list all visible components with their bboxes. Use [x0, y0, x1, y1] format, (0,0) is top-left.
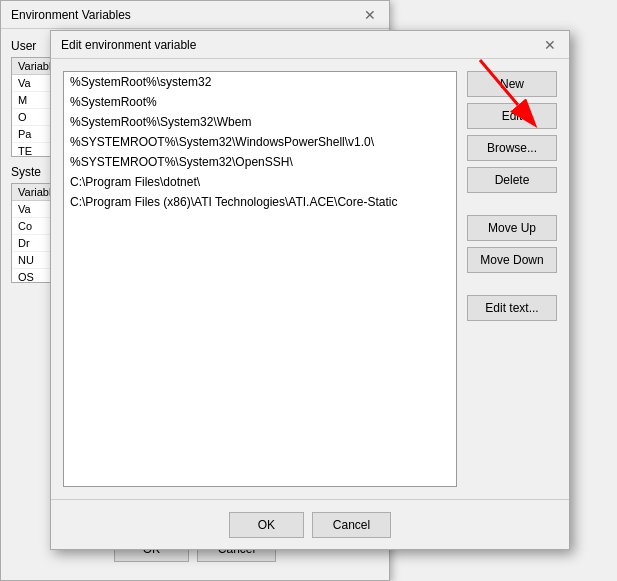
env-var-list-item[interactable]: %SystemRoot%\System32\Wbem [64, 112, 456, 132]
new-button[interactable]: New [467, 71, 557, 97]
edit-dialog-body: %SystemRoot%\system32%SystemRoot%%System… [51, 59, 569, 499]
env-var-list-item[interactable]: C:\Program Files\dotnet\ [64, 172, 456, 192]
dialog-list-area: %SystemRoot%\system32%SystemRoot%%System… [63, 71, 457, 487]
edit-dialog-close-button[interactable]: ✕ [541, 36, 559, 54]
env-var-list-item[interactable]: %SYSTEMROOT%\System32\OpenSSH\ [64, 152, 456, 172]
button-separator-2 [467, 279, 557, 289]
env-var-list-item[interactable]: C:\Program Files (x86)\ATI Technologies\… [64, 192, 456, 212]
move-down-button[interactable]: Move Down [467, 247, 557, 273]
edit-text-button[interactable]: Edit text... [467, 295, 557, 321]
env-var-list-item[interactable]: %SystemRoot% [64, 92, 456, 112]
edit-dialog-footer: OK Cancel [51, 499, 569, 549]
dialog-action-buttons: New Edit Browse... Delete Move Up Move D… [467, 71, 557, 487]
env-var-list-item[interactable]: %SYSTEMROOT%\System32\WindowsPowerShell\… [64, 132, 456, 152]
env-vars-close-button[interactable]: ✕ [361, 6, 379, 24]
edit-dialog: Edit environment variable ✕ %SystemRoot%… [50, 30, 570, 550]
env-vars-title: Environment Variables [11, 8, 131, 22]
delete-button[interactable]: Delete [467, 167, 557, 193]
edit-dialog-titlebar: Edit environment variable ✕ [51, 31, 569, 59]
env-vars-titlebar: Environment Variables ✕ [1, 1, 389, 29]
browse-button[interactable]: Browse... [467, 135, 557, 161]
move-up-button[interactable]: Move Up [467, 215, 557, 241]
edit-button[interactable]: Edit [467, 103, 557, 129]
env-var-list-item[interactable]: %SystemRoot%\system32 [64, 72, 456, 92]
edit-dialog-title: Edit environment variable [61, 38, 196, 52]
button-separator [467, 199, 557, 209]
dialog-ok-button[interactable]: OK [229, 512, 304, 538]
dialog-cancel-button[interactable]: Cancel [312, 512, 391, 538]
env-var-list[interactable]: %SystemRoot%\system32%SystemRoot%%System… [63, 71, 457, 487]
